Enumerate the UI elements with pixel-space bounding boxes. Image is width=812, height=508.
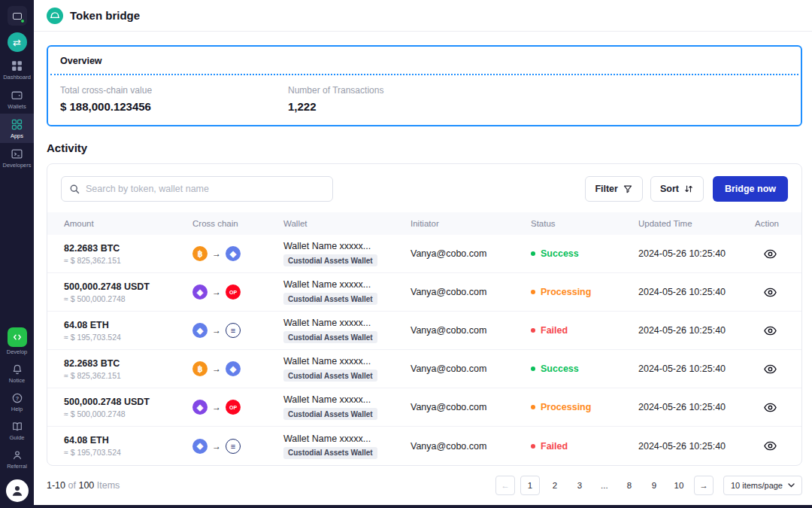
status-text: Success: [541, 248, 579, 259]
wallet-name: Wallet Name xxxxx...: [283, 433, 411, 444]
updated-time-cell: 2024-05-26 10:25:40: [638, 287, 751, 297]
chevron-down-icon: [788, 483, 795, 488]
wallet-cell: Wallet Name xxxxx...Custodial Assets Wal…: [283, 318, 411, 343]
wallet-type-badge: Custodial Assets Wallet: [283, 254, 377, 266]
status-dot: [531, 328, 535, 333]
stat-value: $ 188,000.123456: [60, 100, 288, 113]
avatar-person-icon: [10, 483, 25, 498]
sidebar-item-label: Developers: [3, 162, 32, 169]
sidebar-item-notice[interactable]: Notice: [0, 359, 34, 388]
sidebar-item-develop[interactable]: Develop: [0, 323, 34, 359]
token-bridge-icon: [47, 8, 63, 24]
amount-value: 64.08 ETH: [64, 320, 192, 330]
search-box[interactable]: [61, 176, 333, 202]
op-coin-icon: OP: [226, 400, 241, 415]
page-button[interactable]: 9: [644, 476, 664, 495]
overview-card[interactable]: Overview Total cross-chain value $ 188,0…: [47, 45, 802, 126]
sidebar-item-apps[interactable]: Apps: [0, 114, 34, 143]
next-page-button[interactable]: →: [694, 476, 714, 495]
stat-number-of-transactions: Number of Transactions 1,222: [288, 85, 516, 113]
wallet-name: Wallet Name xxxxx...: [283, 279, 411, 290]
status-cell: Success: [531, 364, 638, 374]
sidebar-item-label: Dashboard: [3, 74, 31, 81]
content: Overview Total cross-chain value $ 188,0…: [34, 32, 812, 495]
page-button[interactable]: 3: [570, 476, 589, 495]
filter-button[interactable]: Filter: [585, 176, 643, 202]
amount-usd-value: ≈ $ 500,000.2748: [64, 294, 192, 303]
sidebar-item-help[interactable]: ? Help: [0, 388, 34, 416]
page-title: Token bridge: [70, 9, 140, 22]
wallet-name: Wallet Name xxxxx...: [283, 241, 411, 251]
svg-text:?: ?: [15, 395, 19, 402]
amount-usd-value: ≈ $ 825,362.151: [64, 256, 192, 265]
arrow-right-icon: →: [212, 364, 221, 374]
btc-coin-icon: ฿: [192, 361, 208, 376]
status-text: Failed: [541, 441, 568, 452]
sidebar-item-referral[interactable]: Referral: [0, 445, 34, 473]
table-row: 82.2683 BTC≈ $ 825,362.151฿→◆Wallet Name…: [47, 235, 801, 273]
view-details-button[interactable]: [763, 247, 777, 261]
arrow-right-icon: →: [212, 402, 221, 412]
sidebar-item-dashboard[interactable]: Dashboard: [0, 55, 34, 84]
view-details-button[interactable]: [763, 439, 777, 453]
sidebar-item-developers[interactable]: Developers: [0, 143, 34, 172]
action-cell: [751, 439, 785, 453]
stat-label: Number of Transactions: [288, 85, 516, 96]
view-details-button[interactable]: [763, 324, 777, 338]
swap-icon[interactable]: ⇄: [8, 32, 27, 52]
arrow-right-icon: →: [212, 287, 221, 297]
sort-icon: [683, 184, 694, 194]
app-logo[interactable]: [8, 6, 27, 26]
page-button[interactable]: 2: [545, 476, 565, 495]
search-input[interactable]: [86, 184, 325, 194]
amount-cell: 500,000.2748 USDT≈ $ 500,000.2748: [64, 281, 192, 303]
status-dot: [531, 405, 535, 409]
status-dot: [531, 444, 535, 449]
wallet-name: Wallet Name xxxxx...: [283, 356, 411, 367]
pagination-of: of: [68, 480, 76, 491]
wallet-type-badge: Custodial Assets Wallet: [283, 293, 377, 305]
items-per-page-select[interactable]: 10 items/page: [723, 476, 802, 495]
stat-label: Total cross-chain value: [60, 85, 288, 96]
sidebar-item-label: Apps: [11, 132, 23, 139]
status-cell: Success: [531, 248, 638, 259]
generic-coin-icon: ≡: [226, 439, 241, 454]
table-row: 64.08 ETH≈ $ 195,703.524◆→≡Wallet Name x…: [47, 427, 801, 465]
bridge-now-button[interactable]: Bridge now: [713, 176, 788, 202]
sidebar-item-wallets[interactable]: Wallets: [0, 84, 34, 114]
bridge-now-label: Bridge now: [725, 184, 776, 194]
eth-coin-icon: ◆: [226, 361, 241, 376]
updated-time-cell: 2024-05-26 10:25:40: [638, 325, 751, 336]
page-button[interactable]: 10: [669, 476, 689, 495]
eth-coin-icon: ◆: [192, 439, 208, 454]
page-ellipsis: ...: [595, 476, 614, 495]
amount-value: 500,000.2748 USDT: [64, 281, 192, 292]
status-dot: [531, 290, 535, 294]
updated-time-cell: 2024-05-26 10:25:40: [638, 402, 751, 412]
view-details-button[interactable]: [763, 362, 777, 376]
sidebar-item-guide[interactable]: Guide: [0, 416, 34, 445]
filter-icon: [623, 184, 633, 194]
status-dot: [531, 367, 535, 371]
cross-chain-cell: ◈→OP: [192, 284, 283, 300]
op-coin-icon: OP: [226, 284, 241, 300]
prev-page-button[interactable]: ←: [495, 476, 515, 495]
sort-button[interactable]: Sort: [650, 176, 704, 202]
view-details-button[interactable]: [763, 400, 777, 415]
pagination-summary: 1-10 of 100 Items: [47, 480, 120, 491]
page-button[interactable]: 1: [520, 476, 540, 495]
wallet-type-badge: Custodial Assets Wallet: [283, 447, 377, 459]
user-avatar[interactable]: [6, 479, 29, 502]
page-button[interactable]: 8: [620, 476, 639, 495]
filter-button-label: Filter: [595, 184, 618, 194]
status-cell: Processing: [531, 287, 638, 297]
view-details-button[interactable]: [763, 285, 777, 300]
cross-chain-cell: ฿→◆: [192, 361, 283, 376]
dashboard-icon: [11, 59, 23, 72]
amount-usd-value: ≈ $ 500,000.2748: [64, 409, 192, 418]
sidebar-item-label: Notice: [9, 377, 25, 384]
status-dot: [531, 251, 535, 256]
sort-button-label: Sort: [660, 184, 679, 194]
overview-title: Overview: [48, 54, 801, 74]
generic-coin-icon: ≡: [226, 323, 241, 338]
